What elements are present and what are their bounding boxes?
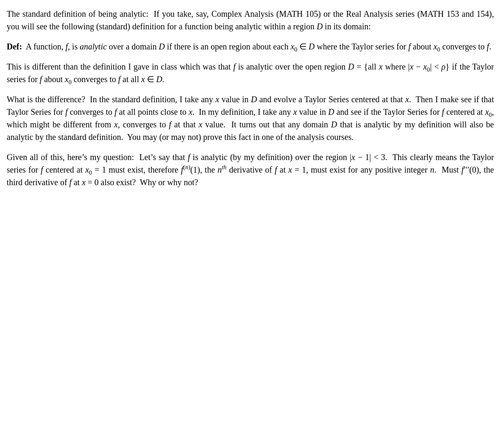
math-x-4a: x: [351, 152, 355, 162]
math-x0-3: x: [485, 107, 489, 116]
paragraph-3: What is the difference? In the standard …: [7, 93, 494, 143]
math-D-3a: D: [251, 95, 257, 104]
sub-0-2b: 0: [69, 79, 72, 85]
math-x-3a: x: [216, 95, 219, 104]
math-f-4b: f: [41, 165, 43, 174]
math-x-3b: x: [405, 95, 409, 104]
math-f-def2: f: [408, 42, 411, 51]
math-f-4a: f: [188, 152, 190, 162]
math-rho: ρ: [441, 62, 445, 71]
math-x-4c: x: [82, 178, 85, 187]
math-x0-4: x: [85, 165, 89, 174]
math-f-3b: f: [115, 107, 117, 116]
paragraph-4: Given all of this, here’s my question: L…: [7, 151, 494, 189]
math-f-def: f: [66, 42, 68, 51]
math-x-3f: x: [198, 120, 202, 129]
def-label: Def:: [7, 42, 22, 51]
math-D-2c: D: [156, 75, 162, 84]
analytic-italic: analytic: [80, 42, 106, 51]
math-x-4b: x: [288, 165, 292, 174]
sup-th: th: [222, 164, 226, 171]
paragraph-1: The standard definition of being analyti…: [7, 8, 494, 33]
math-D-def2: D: [309, 42, 314, 51]
math-f-4c: f: [275, 165, 277, 174]
sub-0-3: 0: [489, 111, 492, 118]
math-x0-2b: x: [65, 75, 69, 84]
paragraph-2: This is different than the definition I …: [7, 60, 494, 85]
math-x0-def2: x: [433, 42, 437, 51]
math-x-2c: x: [141, 75, 145, 84]
math-D-3b: D: [328, 107, 334, 116]
math-D-def: D: [159, 42, 165, 51]
sub-0-def: 0: [294, 46, 297, 53]
sub-0-def2: 0: [437, 46, 440, 53]
math-x0-2: x: [423, 62, 427, 71]
math-D-2: D: [348, 62, 354, 71]
math-x-3e: x: [114, 120, 118, 129]
math-f-triple-prime: f: [461, 165, 464, 174]
math-f-2c: f: [118, 75, 121, 84]
math-n-4b: n: [430, 165, 435, 174]
main-content: The standard definition of being analyti…: [7, 8, 494, 189]
math-x-abs: x: [410, 62, 414, 71]
math-D-1: D: [316, 22, 322, 31]
sup-n-deriv: (n): [183, 164, 190, 171]
sub-0-4: 0: [89, 169, 92, 176]
math-f-3d: f: [169, 120, 172, 129]
math-D-3c: D: [331, 120, 337, 129]
math-f-3a: f: [65, 107, 68, 116]
math-f-3c: f: [442, 107, 444, 116]
math-f-def3: f: [487, 42, 489, 51]
math-x-3d: x: [293, 107, 297, 116]
math-f-2b: f: [40, 75, 42, 84]
math-x-3c: x: [189, 107, 193, 116]
math-x-2: x: [379, 62, 383, 71]
math-x0-def: x: [291, 42, 294, 51]
paragraph-definition: Def: A function, f, is analytic over a d…: [7, 40, 494, 53]
math-f-2: f: [233, 62, 236, 71]
sub-0-2: 0: [427, 66, 430, 73]
math-n-4: n: [218, 165, 222, 174]
math-f-4d: f: [69, 178, 72, 187]
